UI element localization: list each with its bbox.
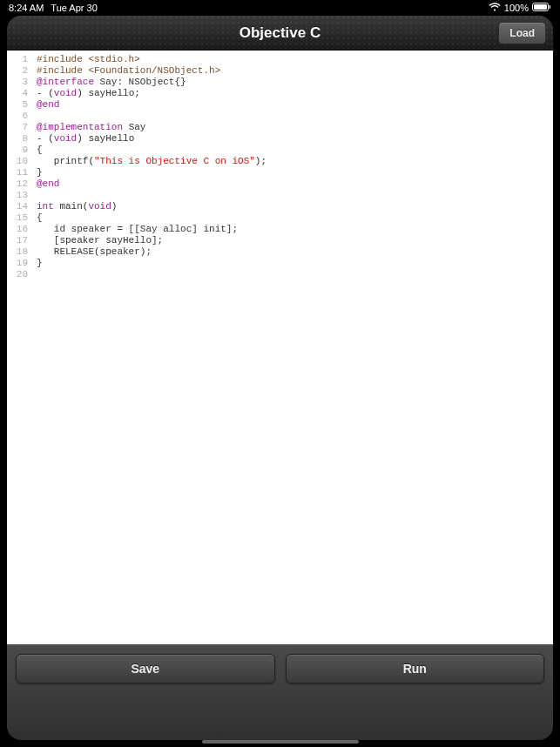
battery-icon — [532, 3, 551, 13]
code-line[interactable]: [speaker sayHello]; — [37, 235, 553, 246]
code-line[interactable] — [37, 269, 553, 280]
line-number: 17 — [7, 235, 28, 246]
code-editor[interactable]: 1234567891011121314151617181920 #include… — [7, 50, 553, 644]
line-number: 4 — [7, 88, 28, 99]
home-indicator — [202, 740, 359, 744]
line-number: 5 — [7, 99, 28, 111]
status-time: 8:24 AM — [9, 3, 44, 13]
code-line[interactable]: printf("This is Objective C on iOS"); — [37, 156, 553, 167]
code-line[interactable]: #include <Foundation/NSObject.h> — [37, 65, 553, 77]
line-number: 1 — [7, 54, 28, 65]
code-line[interactable] — [37, 190, 553, 201]
run-button[interactable]: Run — [286, 654, 545, 683]
line-number-gutter: 1234567891011121314151617181920 — [7, 50, 33, 644]
page-title: Objective C — [240, 24, 321, 42]
code-line[interactable]: { — [37, 212, 553, 224]
status-right: 100% — [489, 3, 551, 13]
line-number: 9 — [7, 145, 28, 156]
line-number: 2 — [7, 65, 28, 77]
line-number: 8 — [7, 133, 28, 145]
footer-toolbar: Save Run — [7, 644, 553, 740]
code-line[interactable]: } — [37, 258, 553, 269]
line-number: 13 — [7, 190, 28, 201]
line-number: 10 — [7, 156, 28, 167]
line-number: 15 — [7, 212, 28, 224]
wifi-icon — [489, 3, 501, 13]
line-number: 18 — [7, 246, 28, 258]
code-line[interactable]: { — [37, 145, 553, 156]
line-number: 12 — [7, 178, 28, 190]
status-left: 8:24 AM Tue Apr 30 — [9, 3, 98, 13]
header-bar: Objective C Load — [7, 16, 553, 50]
code-line[interactable] — [37, 111, 553, 122]
line-number: 3 — [7, 77, 28, 88]
code-line[interactable]: RELEASE(speaker); — [37, 246, 553, 258]
app-frame: Objective C Load 12345678910111213141516… — [7, 16, 553, 740]
line-number: 6 — [7, 111, 28, 122]
status-date: Tue Apr 30 — [51, 3, 97, 13]
code-line[interactable]: - (void) sayHello — [37, 133, 553, 145]
code-line[interactable]: - (void) sayHello; — [37, 88, 553, 99]
line-number: 14 — [7, 201, 28, 212]
code-line[interactable]: @end — [37, 99, 553, 111]
line-number: 7 — [7, 122, 28, 133]
code-line[interactable]: @end — [37, 178, 553, 190]
code-line[interactable]: } — [37, 167, 553, 178]
code-line[interactable]: id speaker = [[Say alloc] init]; — [37, 224, 553, 235]
line-number: 20 — [7, 269, 28, 280]
svg-rect-1 — [534, 4, 547, 10]
status-battery-percent: 100% — [504, 3, 529, 13]
code-line[interactable]: @implementation Say — [37, 122, 553, 133]
svg-rect-2 — [550, 5, 551, 9]
status-bar: 8:24 AM Tue Apr 30 100% — [0, 0, 560, 16]
code-content[interactable]: #include <stdio.h>#include <Foundation/N… — [33, 50, 553, 644]
line-number: 16 — [7, 224, 28, 235]
code-line[interactable]: #include <stdio.h> — [37, 54, 553, 65]
load-button[interactable]: Load — [498, 22, 546, 44]
line-number: 19 — [7, 258, 28, 269]
line-number: 11 — [7, 167, 28, 178]
code-line[interactable]: @interface Say: NSObject{} — [37, 77, 553, 88]
code-line[interactable]: int main(void) — [37, 201, 553, 212]
save-button[interactable]: Save — [16, 654, 275, 683]
